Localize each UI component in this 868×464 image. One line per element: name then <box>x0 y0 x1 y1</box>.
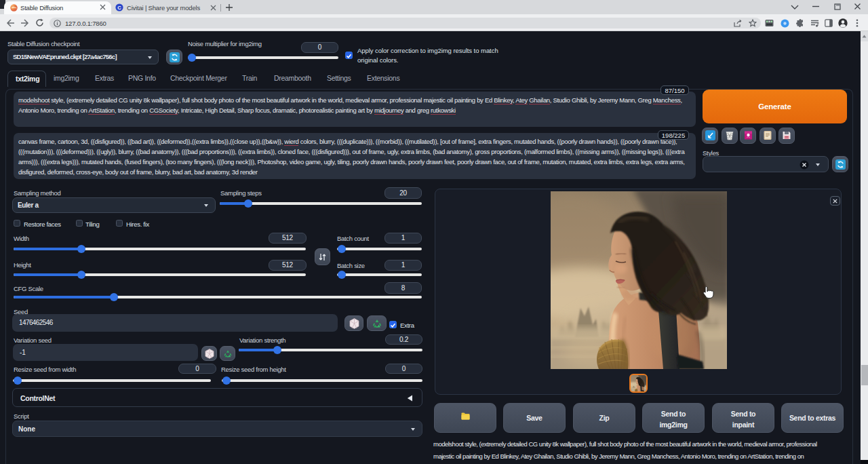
svg-text:C: C <box>117 5 121 11</box>
